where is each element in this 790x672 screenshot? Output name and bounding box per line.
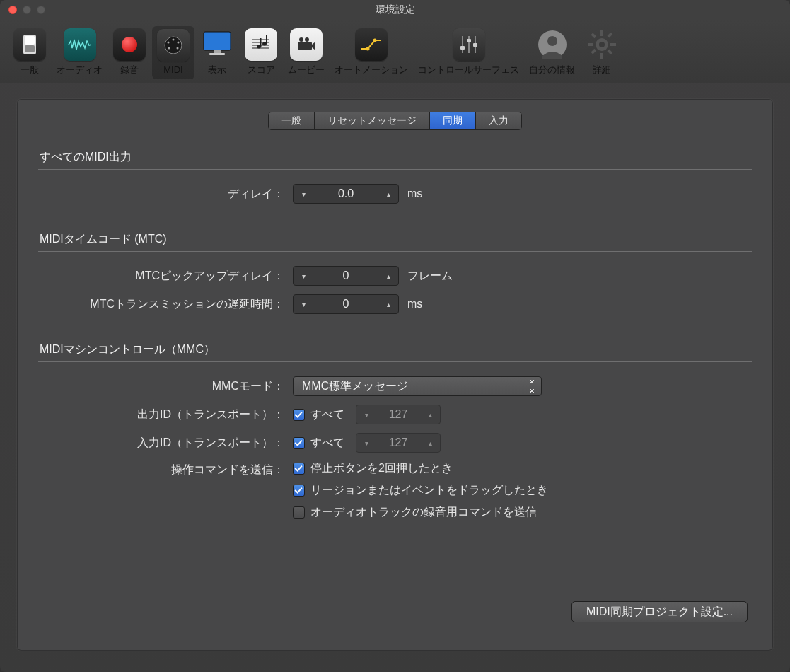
svg-point-4 (173, 39, 175, 41)
mmc-opt2-label: リージョンまたはイベントをドラッグしたとき (310, 483, 548, 498)
mtc-pickup-unit: フレーム (407, 269, 453, 284)
toolbar-item-advanced[interactable]: 詳細 (581, 25, 623, 81)
svg-point-8 (177, 47, 179, 50)
toolbar-item-my-info[interactable]: 自分の情報 (525, 25, 579, 81)
toolbar-label: MIDI (163, 64, 182, 75)
toolbar-item-display[interactable]: 表示 (196, 25, 238, 81)
titlebar: 環境設定 (0, 0, 790, 20)
faders-icon (453, 28, 485, 61)
svg-rect-19 (266, 35, 267, 44)
divider (38, 361, 752, 362)
mtc-trans-label: MTCトランスミッションの遅延時間： (38, 297, 293, 312)
mmc-opt1-checkbox[interactable] (293, 463, 305, 475)
tab-general[interactable]: 一般 (269, 112, 314, 129)
toolbar-item-audio[interactable]: オーディオ (52, 25, 107, 81)
tab-reset-messages[interactable]: リセットメッセージ (314, 112, 429, 129)
mmc-mode-label: MMCモード： (38, 379, 293, 394)
svg-rect-38 (591, 33, 596, 38)
midi-icon (157, 29, 190, 62)
svg-rect-40 (607, 32, 612, 37)
svg-rect-17 (260, 38, 262, 47)
mmc-opt3-label: オーディオトラックの録音用コマンドを送信 (310, 505, 537, 520)
mmc-opt1-label: 停止ボタンを2回押したとき (310, 461, 453, 476)
close-icon[interactable] (8, 6, 17, 14)
mmc-out-id-value: 127 (376, 405, 420, 424)
chevron-up-icon: ▴ (420, 405, 440, 424)
svg-rect-37 (610, 43, 616, 46)
record-icon (113, 28, 146, 61)
chevron-up-icon[interactable]: ▴ (378, 267, 398, 285)
mtc-pickup-stepper[interactable]: ▾ 0 ▴ (293, 266, 399, 286)
sub-tabs: 一般 リセットメッセージ 同期 入力 (268, 112, 522, 130)
toolbar-item-midi[interactable]: MIDI (152, 26, 194, 79)
mtc-trans-value[interactable]: 0 (313, 295, 378, 313)
chevron-down-icon: ▾ (356, 405, 376, 424)
svg-point-32 (547, 36, 557, 46)
svg-rect-26 (468, 36, 470, 53)
toolbar-item-general[interactable]: 一般 (8, 25, 51, 81)
minimize-icon[interactable] (23, 6, 31, 14)
toolbar-item-score[interactable]: スコア (240, 25, 282, 81)
preferences-window: 環境設定 一般 オーディオ 録音 MIDI (0, 0, 790, 672)
tab-sync[interactable]: 同期 (429, 112, 475, 129)
svg-rect-20 (298, 42, 312, 50)
chevron-up-icon[interactable]: ▴ (378, 185, 398, 203)
toolbar: 一般 オーディオ 録音 MIDI 表示 (0, 20, 790, 83)
chevron-up-icon: ▴ (420, 434, 440, 452)
footer-button-label: MIDI同期プロジェクト設定... (586, 605, 733, 620)
section-title-mtc: MIDIタイムコード (MTC) (38, 232, 752, 251)
chevron-down-icon[interactable]: ▾ (294, 267, 313, 285)
divider (38, 169, 752, 170)
toolbar-item-automation[interactable]: オートメーション (330, 25, 412, 81)
mmc-in-all-label: すべて (310, 436, 344, 451)
mmc-in-all-checkbox[interactable] (293, 437, 305, 449)
chevron-down-icon[interactable]: ▾ (294, 295, 313, 313)
delay-stepper[interactable]: ▾ 0.0 ▴ (293, 184, 399, 204)
svg-rect-9 (204, 32, 231, 50)
toolbar-label: オーディオ (57, 64, 103, 76)
svg-point-23 (366, 47, 370, 50)
mtc-pickup-label: MTCピックアップディレイ： (38, 269, 293, 284)
svg-rect-11 (209, 53, 225, 55)
mmc-out-all-label: すべて (310, 407, 344, 422)
waveform-icon (64, 28, 96, 61)
toolbar-item-control-surfaces[interactable]: コントロールサーフェス (414, 25, 523, 81)
svg-point-7 (168, 47, 170, 50)
movie-icon (290, 28, 323, 61)
chevron-down-icon[interactable]: ▾ (294, 185, 313, 203)
svg-point-5 (168, 42, 170, 44)
mmc-mode-dropdown[interactable]: MMC標準メッセージ (293, 376, 542, 396)
toolbar-label: 一般 (21, 64, 39, 76)
mmc-out-all-checkbox[interactable] (293, 409, 305, 421)
mmc-send-cmd-label: 操作コマンドを送信： (38, 461, 293, 477)
svg-rect-2 (25, 45, 35, 52)
svg-rect-36 (588, 43, 593, 46)
delay-label: ディレイ： (38, 187, 293, 202)
toolbar-label: スコア (248, 64, 275, 76)
person-icon (536, 28, 569, 61)
toolbar-label: ムービー (288, 64, 325, 76)
svg-rect-35 (600, 53, 603, 59)
midi-sync-project-settings-button[interactable]: MIDI同期プロジェクト設定... (571, 601, 748, 622)
divider (38, 251, 752, 252)
svg-rect-28 (460, 46, 465, 50)
toolbar-item-movie[interactable]: ムービー (284, 25, 329, 81)
svg-rect-30 (473, 43, 477, 47)
zoom-icon[interactable] (37, 6, 45, 14)
toolbar-item-record[interactable]: 録音 (108, 25, 151, 81)
svg-rect-29 (467, 39, 471, 42)
toolbar-label: オートメーション (335, 64, 408, 76)
toolbar-label: コントロールサーフェス (418, 64, 519, 76)
traffic-lights (0, 6, 45, 14)
mtc-pickup-value[interactable]: 0 (313, 267, 378, 285)
chevron-up-icon[interactable]: ▴ (378, 295, 398, 313)
svg-point-42 (599, 42, 605, 47)
mmc-opt3-checkbox[interactable] (293, 506, 305, 519)
tab-input[interactable]: 入力 (475, 112, 521, 129)
mmc-opt2-checkbox[interactable] (293, 485, 305, 497)
delay-value[interactable]: 0.0 (313, 185, 378, 203)
svg-point-6 (178, 42, 180, 44)
mtc-trans-stepper[interactable]: ▾ 0 ▴ (293, 294, 399, 314)
automation-icon (355, 28, 388, 61)
section-title-all-midi-out: すべてのMIDI出力 (38, 150, 752, 169)
